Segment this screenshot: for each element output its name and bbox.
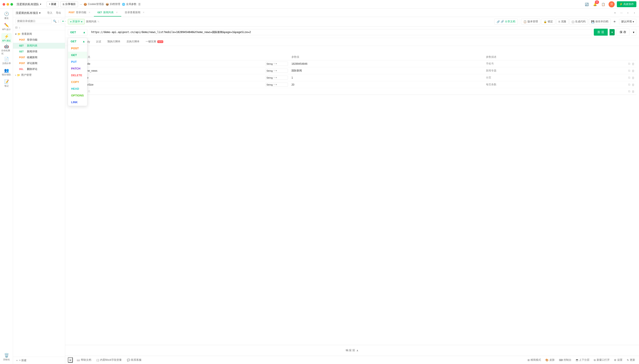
console-button[interactable]: ⌨ 控制台 — [558, 358, 573, 362]
sort-icon[interactable]: ↕ — [19, 26, 21, 29]
sidebar-item-api-test[interactable]: ⚡ API 调试 — [1, 33, 12, 44]
method-option-link[interactable]: LINK — [68, 99, 87, 106]
save-archive-button[interactable]: 💾 保存并归档 — [589, 19, 611, 24]
sidebar-item-api-design[interactable]: ✏️ API 设计 — [1, 22, 12, 32]
send-button[interactable]: 发 送 — [594, 29, 608, 36]
method-option-put[interactable]: PUT — [68, 58, 87, 65]
env-badge[interactable]: ● 开发中 ▾ — [68, 19, 85, 24]
param-value[interactable]: 20 — [290, 81, 484, 88]
param-name[interactable]: theme_news — [81, 67, 264, 74]
maximize-button[interactable] — [11, 3, 13, 6]
team-name[interactable]: 涅柔斯的私有团队 ▾ — [17, 2, 41, 6]
new-button[interactable]: + 新建 — [47, 1, 59, 7]
minimize-button[interactable] — [7, 3, 9, 6]
sidebar-item-notes[interactable]: 📝 笔记 — [1, 78, 12, 88]
contact-button[interactable]: 💬 联系客服 — [126, 358, 143, 362]
param-name[interactable]: page — [81, 74, 264, 81]
method-option-options[interactable]: OPTIONS — [68, 92, 87, 99]
add-tab-button[interactable]: ＋ — [612, 10, 618, 16]
global-params-button[interactable]: 🌐 全局参数 — [122, 2, 137, 6]
tree-item-delete-comment[interactable]: DEL 删除评论 — [13, 66, 65, 72]
param-value[interactable]: 18289454846 — [290, 60, 484, 67]
more-icon-btn[interactable]: ··· — [80, 3, 82, 6]
tab-view-news-dir[interactable]: 目录查看新闻 ✕ — [121, 9, 148, 16]
method-option-delete[interactable]: DELETE — [68, 72, 87, 78]
type-select[interactable]: String ✕ ▾ — [265, 76, 288, 80]
delete-icon[interactable]: 🗑 — [631, 83, 635, 86]
tree-item-collect-news[interactable]: POST 收藏新闻 — [13, 54, 65, 60]
delete-icon[interactable]: 🗑 — [631, 90, 635, 93]
settings-button[interactable]: ⚙ 设置 — [613, 358, 624, 362]
sidebar-item-doc-share[interactable]: 📄 文档分享 — [1, 56, 12, 66]
skin-button[interactable]: 🎨 皮肤 — [544, 358, 556, 362]
tab-login[interactable]: POST 登录功能 ✕ — [65, 9, 94, 16]
url-input[interactable] — [89, 29, 592, 35]
default-env-selector[interactable]: 默认环境 ▾ — [619, 19, 636, 24]
notification-button[interactable]: 🔔 15 — [592, 1, 598, 8]
tab-close-icon[interactable]: ✕ — [89, 11, 90, 14]
response-toggle[interactable]: 响 应 区 ∧ — [346, 348, 358, 352]
delete-icon[interactable]: 🗑 — [631, 76, 635, 80]
search-input[interactable] — [15, 19, 52, 24]
delete-icon[interactable]: 🗑 — [631, 62, 635, 66]
param-desc[interactable]: 每页条数 — [484, 81, 623, 88]
sidebar-item-recycle[interactable]: 🗑️ 回收站 — [1, 352, 12, 362]
duplicate-icon[interactable]: ⧉ — [628, 62, 630, 66]
type-select[interactable]: String ✕ ▾ — [265, 82, 288, 87]
send-dropdown-button[interactable]: ▾ — [609, 29, 615, 36]
req-tab-post-script[interactable]: 后执行脚本 — [123, 38, 143, 46]
tree-group-header-user-mgmt[interactable]: › 📁 用户管理 — [13, 72, 65, 78]
more-tabs-button[interactable]: ··· — [618, 10, 624, 16]
lock-button[interactable]: 🔒 锁定 — [541, 19, 555, 24]
new-window-button[interactable]: ⧉ 新窗口打开 — [592, 358, 611, 362]
tab-news-list[interactable]: GET 新闻列表 ✕ — [94, 9, 121, 16]
avatar[interactable]: 涅 — [608, 1, 615, 8]
tab-close-icon2[interactable]: ✕ — [116, 11, 118, 14]
param-desc[interactable]: 新闻专题 — [484, 67, 623, 74]
project-title[interactable]: 涅柔斯的私有项目 ▾ — [16, 11, 41, 15]
history-icon-btn[interactable]: 📋 — [600, 1, 606, 8]
duplicate-icon[interactable]: ⧉ — [628, 69, 630, 72]
method-option-get[interactable]: GET — [68, 52, 87, 58]
version-mgmt-button[interactable]: 📋 版本管理 — [521, 19, 540, 24]
duplicate-icon[interactable]: ⧉ — [628, 76, 630, 80]
path-variables-section[interactable]: 路径变量 › — [68, 95, 636, 102]
collab-button[interactable]: ⚡ 高效协作 — [617, 1, 636, 7]
export-button[interactable]: 导出 — [55, 10, 62, 16]
type-select[interactable]: String ✕ ▾ — [265, 69, 288, 73]
save-button[interactable]: 保 存 — [616, 29, 629, 36]
archive-manager-button[interactable]: 📦 归档管理 — [106, 2, 120, 6]
generate-code-button[interactable]: { } 生成代码 — [569, 19, 588, 24]
prev-tab-button[interactable]: ‹ — [625, 10, 631, 16]
req-tab-auth[interactable]: 认证 — [93, 38, 104, 46]
method-dropdown-header[interactable]: GET ▴ — [68, 38, 87, 45]
req-tab-one-click[interactable]: 一键压测 NEW — [143, 38, 166, 46]
next-tab-button[interactable]: › — [631, 10, 637, 16]
sidebar-item-auto-test[interactable]: 🤖 自动化测试 — [1, 44, 12, 55]
delete-icon[interactable]: 🗑 — [631, 69, 635, 72]
menu-button[interactable]: ☰ — [138, 3, 141, 6]
clone-button[interactable]: ⎘ 克隆 — [556, 19, 569, 24]
method-option-head[interactable]: HEAD — [68, 85, 87, 92]
sidebar-item-project-team[interactable]: 👥 项目/团队 — [1, 67, 12, 77]
share-doc-button[interactable]: 🔗 🔗 分享文档 — [494, 19, 517, 24]
tree-item-login[interactable]: POST 登录功能 — [13, 37, 65, 43]
sync-icon-btn[interactable]: 🔄 — [584, 1, 590, 8]
param-desc[interactable]: 手机号 — [484, 60, 623, 67]
close-button[interactable] — [3, 3, 5, 6]
req-tab-pre-script[interactable]: 预执行脚本 — [104, 38, 123, 46]
tree-item-news-list[interactable]: GET 新闻列表 — [13, 43, 65, 49]
method-option-unlink[interactable]: UNLINK — [68, 106, 87, 106]
tab-close-icon3[interactable]: ✕ — [143, 11, 145, 14]
mock-vars-button[interactable]: { } 内置Mock字段变量 — [95, 358, 123, 362]
tree-group-header-view-news[interactable]: ▾ 📁 查看新闻 — [13, 31, 65, 37]
param-value[interactable]: 1 — [290, 74, 484, 81]
method-option-patch[interactable]: PATCH — [68, 65, 87, 72]
update-button[interactable]: ↻ 更新 — [625, 358, 636, 362]
tree-item-news-detail[interactable]: GET 新闻详情 — [13, 49, 65, 54]
precision-mode-button[interactable]: ⊞ 精简模式 — [526, 358, 542, 362]
type-select[interactable]: String ✕ ▾ — [265, 62, 288, 66]
method-option-copy[interactable]: COPY — [68, 78, 87, 85]
save-dropdown-button[interactable]: ▾ — [631, 29, 636, 36]
split-view-button[interactable]: ⬒ 上下分层 — [574, 358, 591, 362]
